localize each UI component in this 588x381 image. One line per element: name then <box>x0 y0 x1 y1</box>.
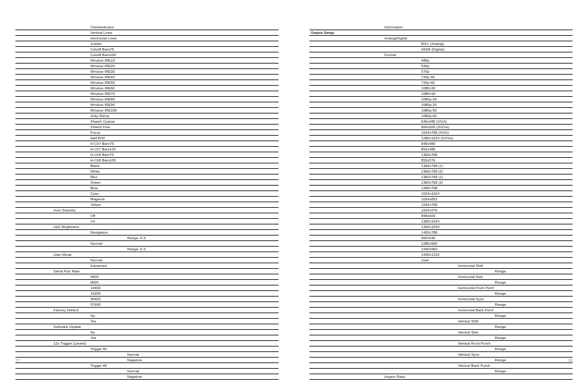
menu-cell: 852x576 <box>420 158 457 163</box>
menu-cell: No <box>89 330 126 335</box>
menu-cell: Vertical Lines <box>89 30 126 36</box>
menu-cell: Format <box>383 52 420 58</box>
menu-cell: Vertical Back Porch <box>457 363 494 369</box>
table-row: Window IRE30 <box>15 69 279 75</box>
table-row: Range: 0-3 <box>15 247 279 252</box>
table-row: Normal <box>15 258 279 263</box>
menu-cell: Xhatch Fine <box>89 125 126 130</box>
table-row: 576p <box>309 69 573 75</box>
menu-cell: Range: <box>494 369 531 374</box>
menu-cell: 1080p-24 <box>420 97 457 102</box>
menu-cell: 38400 <box>89 297 126 302</box>
menu-cell: 1365x1024 <box>420 219 457 224</box>
menu-cell: Vertical Sync <box>457 352 494 358</box>
menu-cell: Negative <box>126 358 163 363</box>
menu-cell: Yes <box>89 319 126 324</box>
menu-cell: 480p <box>420 58 457 63</box>
menu-cell: Serial Port Rate <box>52 269 89 274</box>
menu-cell: 14400 <box>89 285 126 291</box>
table-row: Range: <box>309 291 573 297</box>
table-row: 9600 <box>15 280 279 285</box>
menu-cell: 1440x1152 <box>420 252 457 258</box>
table-row: Vertical Shift <box>309 319 573 324</box>
table-row: Analog/Digital <box>309 36 573 41</box>
table-row: Magenta <box>15 197 279 202</box>
table-row: 57600 <box>15 302 279 308</box>
page-spread: CheckerboardVertical LinesHorizontal Lin… <box>0 0 588 381</box>
table-row: User <box>309 258 573 263</box>
menu-cell: Range: <box>494 335 531 341</box>
menu-cell: Negative <box>126 374 163 380</box>
table-row: Yes <box>15 335 279 341</box>
table-row: 1024x768 (XGA) <box>309 130 573 136</box>
table-row: 1080p-60 <box>309 113 573 119</box>
menu-cell: 9600 <box>89 280 126 285</box>
menu-cell: 1024x768 <box>420 202 457 208</box>
menu-cell: Output Setup <box>309 30 346 36</box>
menu-cell: No <box>89 313 126 319</box>
menu-cell: 640x480 (VGA) <box>420 119 457 125</box>
table-row: 1400x788 <box>309 230 573 236</box>
menu-cell: Vertical Size <box>457 330 494 335</box>
table-row: Checkerboard <box>15 25 279 30</box>
table-row: 800x600 (SVGA) <box>309 125 573 130</box>
table-row: Window IRE20 <box>15 63 279 69</box>
menu-cell: 720p-50 <box>420 75 457 80</box>
table-row: Off <box>15 213 279 219</box>
table-row: Yes <box>15 319 279 324</box>
table-row: Auto Standby <box>15 208 279 213</box>
menu-cell: Range: <box>494 302 531 308</box>
menu-cell: Range: <box>494 280 531 285</box>
menu-cell: H-Clr8 Bars100 <box>89 158 126 163</box>
table-row: Range: <box>309 358 573 363</box>
table-row: Range: <box>309 369 573 374</box>
menu-cell: Horizontal Shift <box>457 263 494 269</box>
menu-cell: HDMI (Digital) <box>420 47 457 52</box>
table-row: Xhatch Fine <box>15 125 279 130</box>
table-row: 1024x852 <box>309 197 573 202</box>
menu-cell: BNC (Analog) <box>420 41 457 47</box>
table-row: Negative <box>15 358 279 363</box>
table-row: Factory Default <box>15 308 279 313</box>
table-row: 960x540 <box>309 236 573 241</box>
menu-cell: Cyan <box>89 191 126 197</box>
menu-cell: 1080i-50 <box>420 86 457 91</box>
menu-cell: Focus <box>89 130 126 136</box>
table-row: 848x600 <box>309 213 573 219</box>
menu-cell: 720p-60 <box>420 80 457 86</box>
table-row: Vertical Back Porch <box>309 363 573 369</box>
menu-cell: Color8 Bars75 <box>89 47 126 52</box>
table-row: Software Update <box>15 324 279 330</box>
table-row: Negative <box>15 374 279 380</box>
menu-cell: Blue <box>89 186 126 191</box>
menu-cell: 848x480 <box>420 141 457 147</box>
menu-cell: 4800 <box>89 274 126 280</box>
menu-cell: LED Brightness <box>52 224 89 230</box>
table-row: H-Clr7 Bars100 <box>15 147 279 152</box>
menu-cell: 1080p-60 <box>420 113 457 119</box>
table-row: Trigger #2 <box>15 363 279 369</box>
table-row: Window IRE90 <box>15 102 279 108</box>
menu-cell: 19200 <box>89 291 126 297</box>
menu-cell: Software Update <box>52 324 89 330</box>
menu-cell: Trigger #2 <box>89 363 126 369</box>
table-row: Judder <box>15 41 279 47</box>
menu-cell: Black <box>89 163 126 169</box>
table-row: H-Clr8 Bars75 <box>15 152 279 158</box>
menu-cell: Normal <box>89 258 126 263</box>
table-row: 1280x768 <box>309 186 573 191</box>
table-row: Horizontal Front Porch <box>309 285 573 291</box>
menu-cell: Window IRE100 <box>89 108 126 113</box>
table-row: Range: <box>309 269 573 274</box>
menu-cell: Window IRE50 <box>89 80 126 86</box>
menu-cell: Window IRE40 <box>89 75 126 80</box>
table-row: Window IRE100 <box>15 108 279 113</box>
table-row: Serial Port Rate <box>15 269 279 274</box>
table-row: 1024x768 <box>309 202 573 208</box>
table-row: 1360x768 (1) <box>309 174 573 180</box>
menu-cell: 1080p-50 <box>420 108 457 113</box>
menu-cell: Gray Ramp <box>89 113 126 119</box>
menu-cell: User <box>420 258 457 263</box>
table-row: On <box>15 219 279 224</box>
menu-cell: 12v Trigger (Levels) <box>52 341 89 346</box>
